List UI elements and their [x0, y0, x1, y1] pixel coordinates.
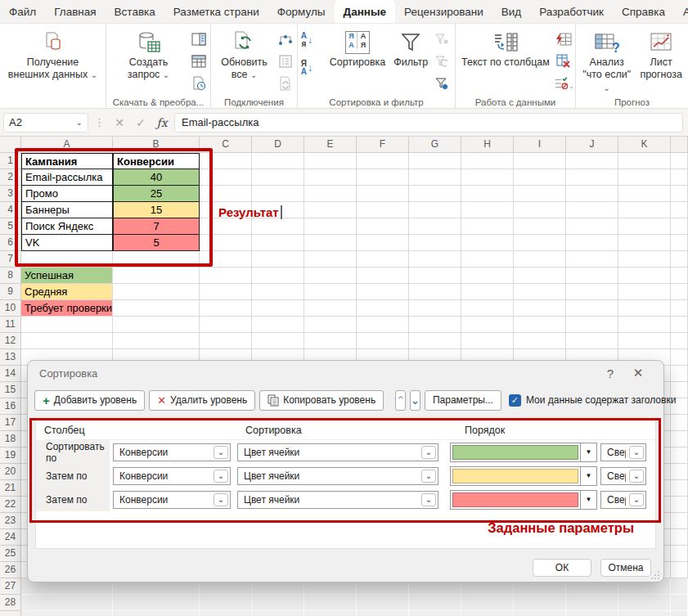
sort-on-dropdown[interactable]: Цвет ячейки⌄ [237, 467, 438, 485]
move-level-down-button[interactable]: ⌄ [410, 390, 420, 411]
row-header-22[interactable]: 22 [0, 497, 21, 513]
cell-G5[interactable] [409, 218, 461, 235]
cell-D12[interactable] [252, 333, 304, 349]
cell-D1[interactable] [252, 153, 304, 169]
cell-F8[interactable] [357, 268, 409, 284]
cell-L29[interactable] [671, 611, 688, 616]
column-dropdown[interactable]: Конверсии⌄ [113, 443, 231, 461]
row-header-6[interactable]: 6 [0, 235, 21, 251]
reapply-filter-button[interactable] [432, 52, 452, 71]
cell-H5[interactable] [461, 218, 514, 235]
order-dropdown[interactable]: Сверху⌄ [600, 467, 646, 485]
row-header-17[interactable]: 17 [0, 415, 21, 431]
worksheet[interactable]: ABCDEFGHIJK1КампанияКонверсии2Email-расс… [0, 137, 688, 616]
cell-L3[interactable] [671, 186, 688, 202]
dialog-titlebar[interactable]: Сортировка ? ✕ [28, 361, 663, 385]
filter-button[interactable]: Фильтр [389, 26, 432, 71]
cell-F12[interactable] [357, 333, 409, 349]
get-external-data-button[interactable]: Получение внешних данных ⌄ [2, 26, 104, 84]
row-header-1[interactable]: 1 [0, 153, 21, 169]
column-header-B[interactable]: B [113, 137, 200, 153]
cell-J28[interactable] [566, 595, 618, 611]
row-header-4[interactable]: 4 [0, 202, 21, 218]
sort-on-dropdown[interactable]: Цвет ячейки⌄ [237, 443, 438, 461]
cell-F28[interactable] [357, 595, 409, 611]
column-dropdown[interactable]: Конверсии⌄ [113, 467, 231, 485]
cell-B10[interactable] [113, 300, 200, 317]
add-level-button[interactable]: + Добавить уровень [34, 390, 145, 411]
cell-K9[interactable] [618, 284, 671, 300]
cell-L7[interactable] [671, 251, 688, 268]
row-header-16[interactable]: 16 [0, 398, 21, 415]
cell-B12[interactable] [113, 333, 200, 349]
cell-F7[interactable] [357, 251, 409, 268]
cell-G28[interactable] [409, 595, 461, 611]
cell-I10[interactable] [514, 300, 566, 317]
cell-I11[interactable] [514, 317, 566, 333]
cell-G10[interactable] [409, 300, 461, 317]
cell-F2[interactable] [357, 169, 409, 186]
clear-filter-button[interactable] [432, 29, 452, 49]
cell-F3[interactable] [357, 186, 409, 202]
column-header-D[interactable]: D [252, 137, 304, 153]
tab-рецензировани[interactable]: Рецензировани [395, 0, 492, 23]
insert-function-button[interactable]: ƒx [153, 116, 171, 129]
cell-E6[interactable] [304, 235, 357, 251]
cell-E11[interactable] [304, 317, 357, 333]
cell-L10[interactable] [671, 300, 688, 317]
flash-fill-button[interactable] [554, 29, 573, 49]
cell-H12[interactable] [461, 333, 514, 349]
cell-E28[interactable] [304, 595, 357, 611]
row-header-27[interactable]: 27 [0, 578, 21, 595]
cell-L21[interactable] [671, 480, 688, 497]
cell-H10[interactable] [461, 300, 514, 317]
cell-L28[interactable] [671, 595, 688, 611]
cell-A6[interactable]: VK [21, 235, 113, 251]
cell-J29[interactable] [566, 611, 618, 616]
cell-C1[interactable] [200, 153, 252, 169]
cell-F6[interactable] [357, 235, 409, 251]
cell-J11[interactable] [566, 317, 618, 333]
cell-I29[interactable] [514, 611, 566, 616]
cell-L27[interactable] [671, 578, 688, 595]
new-query-button[interactable]: Создать запрос ⌄ [108, 26, 189, 84]
cell-C5[interactable] [200, 218, 252, 235]
connections-button[interactable] [276, 29, 295, 49]
cell-E2[interactable] [304, 169, 357, 186]
cell-K28[interactable] [618, 595, 671, 611]
cell-A5[interactable]: Поиск Яндекс [21, 218, 113, 235]
cell-L6[interactable] [671, 235, 688, 251]
cell-L20[interactable] [671, 464, 688, 480]
cell-K7[interactable] [618, 251, 671, 268]
cell-A12[interactable] [21, 333, 113, 349]
cell-A28[interactable] [21, 595, 113, 611]
name-box[interactable]: A2 ⌄ [3, 113, 88, 133]
cell-C9[interactable] [200, 284, 252, 300]
cell-K4[interactable] [618, 202, 671, 218]
cell-K11[interactable] [618, 317, 671, 333]
cell-H7[interactable] [461, 251, 514, 268]
row-header-7[interactable]: 7 [0, 251, 21, 268]
cell-L5[interactable] [671, 218, 688, 235]
confirm-entry-button[interactable]: ✓ [132, 116, 150, 129]
cell-J2[interactable] [566, 169, 618, 186]
cell-J1[interactable] [566, 153, 618, 169]
row-header-2[interactable]: 2 [0, 169, 21, 186]
cell-A10[interactable]: Требует проверки [21, 300, 113, 317]
tab-разметка-страни[interactable]: Разметка страни [164, 0, 268, 23]
cell-H29[interactable] [461, 611, 514, 616]
cell-K6[interactable] [618, 235, 671, 251]
cell-L9[interactable] [671, 284, 688, 300]
sort-az-button[interactable]: Ая ↓ [301, 29, 326, 51]
cell-A7[interactable] [21, 251, 113, 268]
row-header-23[interactable]: 23 [0, 513, 21, 529]
cell-D28[interactable] [252, 595, 304, 611]
delete-level-button[interactable]: ✕ Удалить уровень [149, 390, 255, 411]
cell-B8[interactable] [113, 268, 200, 284]
row-header-14[interactable]: 14 [0, 366, 21, 382]
sort-on-dropdown[interactable]: Цвет ячейки⌄ [237, 491, 438, 509]
cell-A2[interactable]: Email-рассылка [21, 169, 113, 186]
cell-E29[interactable] [304, 611, 357, 616]
cell-G2[interactable] [409, 169, 461, 186]
cell-I1[interactable] [514, 153, 566, 169]
